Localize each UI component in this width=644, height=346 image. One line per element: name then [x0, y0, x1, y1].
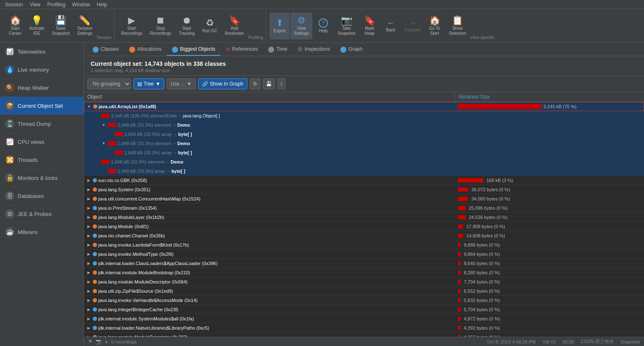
table-row[interactable]: ▶ java.lang.ModuleLayer (0x1b2b) 24,536 … — [84, 213, 644, 222]
table-row[interactable]: ▶ java.lang.invoke.VarHandle$AccessMode … — [84, 296, 644, 305]
sidebar-item-current-object-set[interactable]: 📦 Current Object Set — [0, 97, 84, 115]
forward-button[interactable]: → Forward — [401, 13, 424, 39]
table-row[interactable]: ▶ java.lang.Integer$IntegerCache (0x23f)… — [84, 305, 644, 314]
mark-heap-button[interactable]: 🔖 MarkHeap — [359, 13, 380, 39]
back-button[interactable]: ← Back — [380, 13, 401, 39]
table-row[interactable]: 1,048 kB (33.3%) element → Demo — [84, 157, 644, 166]
expand-btn[interactable]: ▶ — [86, 224, 92, 229]
sidebar-item-threads[interactable]: 🔀 Threads — [0, 151, 84, 169]
run-gc-button[interactable]: ♻ Run GC — [199, 13, 221, 39]
show-selection-button[interactable]: 📋 ShowSelection — [445, 13, 469, 39]
expand-btn[interactable]: ▶ — [86, 233, 92, 239]
expand-btn[interactable]: ▶ — [86, 187, 92, 193]
expand-btn[interactable]: ▶ — [86, 242, 92, 248]
expand-btn[interactable]: ▶ — [86, 325, 92, 331]
expand-btn[interactable] — [94, 113, 100, 119]
add-bookmark-button[interactable]: 🔖 AddBookmark — [222, 13, 247, 39]
expand-btn[interactable]: ▼ — [101, 140, 107, 146]
sidebar-item-thread-dump[interactable]: 🧵 Thread Dump — [0, 115, 84, 133]
table-row[interactable]: ▶ java.io.PrintStream (0x1354) 25,096 by… — [84, 203, 644, 213]
table-row[interactable]: ▶ java.lang.invoke.MethodType (0x2f6) 9,… — [84, 250, 644, 259]
table-row[interactable]: 1,048 kB (33.3%) array → byte[ ] — [84, 148, 644, 157]
settings-btn[interactable]: ⚙ — [250, 78, 260, 89]
sidebar-item-monitors-locks[interactable]: 🔒 Monitors & locks — [0, 169, 84, 187]
stop-recordings-button[interactable]: ⏹ StopRecordings — [147, 13, 175, 39]
table-row[interactable]: ▶ sun.nio.cs.GBK (0x258) 166 kB (3 %) — [84, 176, 644, 185]
tab-allocations[interactable]: ⬤ Allocations — [124, 43, 167, 56]
export-button[interactable]: ⬆ Export — [270, 13, 290, 39]
sidebar-item-databases[interactable]: 🗄 Databases — [0, 187, 84, 205]
expand-btn[interactable]: ▶ — [86, 196, 92, 202]
tab-classes[interactable]: ⬤ Classes — [87, 43, 124, 56]
sidebar-item-heap-walker[interactable]: 🔍 Heap Walker — [0, 79, 84, 97]
menu-help[interactable]: Help — [94, 1, 111, 8]
start-tracking-button[interactable]: ⏺ StartTracking — [175, 13, 198, 39]
grouping-select[interactable]: No grouping — [87, 78, 131, 89]
expand-btn[interactable]: ▶ — [86, 316, 92, 322]
table-row[interactable]: ▶ jdk.internal.module.SystemModules$all … — [84, 314, 644, 323]
start-center-button[interactable]: 🏠 Start Center — [5, 13, 25, 39]
expand-btn[interactable]: ▶ — [86, 251, 92, 257]
col-size-header[interactable]: Retained Size — [455, 92, 644, 101]
expand-btn[interactable]: ▶ — [86, 307, 92, 312]
sidebar-item-mbeans[interactable]: ☕ MBeans — [0, 223, 84, 241]
table-row[interactable]: ▶ java.nio.charset.Charset (0x26b) 14,60… — [84, 231, 644, 240]
menu-profiling[interactable]: Profiling — [44, 1, 69, 8]
view-settings-button[interactable]: ⚙ ViewSettings — [291, 13, 312, 39]
table-row[interactable]: ▶ jdk.internal.loader.NativeLibraries$Li… — [84, 323, 644, 333]
sidebar-item-cpu-views[interactable]: 📈 CPU views — [0, 133, 84, 151]
sidebar-item-telemetries[interactable]: 📊 Telemetries — [0, 43, 84, 61]
table-row[interactable]: 1,048 kB (33.3%) array → byte[ ] — [84, 166, 644, 176]
start-recordings-button[interactable]: ▶ StartRecordings — [118, 13, 146, 39]
session-settings-button[interactable]: ✏️ SessionSettings — [74, 13, 96, 39]
table-row[interactable]: ▶ java.util.zip.ZipFile$Source (0x1ed9) … — [84, 286, 644, 296]
expand-btn[interactable]: ▶ — [86, 177, 92, 183]
table-row[interactable]: ▶ java.lang.module.ModuleDescriptor (0x5… — [84, 277, 644, 286]
expand-btn[interactable]: ▶ — [86, 214, 92, 220]
expand-btn[interactable] — [94, 159, 100, 165]
save-btn[interactable]: 💾 — [263, 78, 275, 89]
show-in-graph-button[interactable]: 🔗 Show In Graph — [198, 78, 247, 89]
table-row[interactable]: 1,048 kB (33.3%) array → byte[ ] — [84, 130, 644, 139]
expand-btn[interactable] — [107, 131, 113, 137]
table-row[interactable]: ▼ 1,048 kB (33.3%) element → Demo — [84, 120, 644, 130]
menu-session[interactable]: Session — [2, 1, 26, 8]
table-row[interactable]: ▼ 1,048 kB (33.3%) element → Demo — [84, 139, 644, 148]
table-row[interactable]: ▶ java.lang.invoke.LambdaForm$Kind (0x17… — [84, 240, 644, 250]
info-btn[interactable]: ℹ — [277, 78, 285, 89]
tab-references[interactable]: ✕ References — [220, 43, 263, 56]
expand-btn[interactable] — [101, 168, 107, 174]
activate-ide-button[interactable]: 💡 ActivateIDE — [26, 13, 48, 39]
table-row[interactable]: ▶ java.lang.Module (0x6f1) 17,808 bytes … — [84, 222, 644, 231]
tab-graph[interactable]: ⬤ Graph — [335, 43, 367, 56]
table-row[interactable]: ▶ java.util.concurrent.ConcurrentHashMap… — [84, 194, 644, 203]
help-button[interactable]: ? Help — [313, 13, 333, 39]
menu-window[interactable]: Window — [69, 1, 94, 8]
expand-btn[interactable]: ▶ — [86, 260, 92, 266]
take-snapshot-button[interactable]: 📷 TakeSnapshot — [334, 13, 359, 39]
table-row[interactable]: ▶ java.lang.module.ModuleDescriptor (0x7… — [84, 333, 644, 337]
use-button[interactable]: Use ... ▼ — [167, 78, 196, 89]
expand-btn[interactable] — [107, 150, 113, 156]
expand-btn[interactable]: ▶ — [86, 205, 92, 211]
sidebar-item-jee-probes[interactable]: ⚙ JEE & Probes — [0, 205, 84, 223]
table-row[interactable]: ▼ java.util.ArrayList (0x1af8) 3,145 kB … — [84, 102, 644, 111]
expand-btn[interactable]: ▶ — [86, 270, 92, 276]
expand-btn[interactable]: ▶ — [86, 297, 92, 303]
table-row[interactable]: ▶ java.lang.System (0x351) 36,072 bytes … — [84, 185, 644, 194]
tab-time[interactable]: ⬤ Time — [263, 43, 292, 56]
expand-btn[interactable]: ▶ — [86, 288, 92, 294]
save-snapshot-button[interactable]: 💾 SaveSnapshot — [49, 13, 73, 39]
tab-biggest-objects[interactable]: ⬤ Biggest Objects — [167, 43, 220, 56]
table-container[interactable]: Object Retained Size ▼ java.util.ArrayLi… — [84, 92, 644, 337]
expand-btn[interactable]: ▼ — [101, 122, 107, 128]
expand-btn[interactable]: ▶ — [86, 279, 92, 285]
table-row[interactable]: ▶ jdk.internal.module.ModuleBootstrap (0… — [84, 268, 644, 277]
table-row[interactable]: 3,145 kB (100.0%) elementData → java.lan… — [84, 111, 644, 120]
expand-btn[interactable]: ▼ — [86, 104, 92, 109]
sidebar-item-live-memory[interactable]: 💧 Live memory — [0, 61, 84, 79]
tree-view-button[interactable]: ▤ Tree ▼ — [134, 78, 164, 89]
go-to-start-button[interactable]: 🏠 Go ToStart — [424, 13, 445, 39]
table-row[interactable]: ▶ jdk.internal.loader.ClassLoaders$AppCl… — [84, 259, 644, 268]
tab-inspections[interactable]: ⚙ Inspections — [292, 43, 335, 56]
